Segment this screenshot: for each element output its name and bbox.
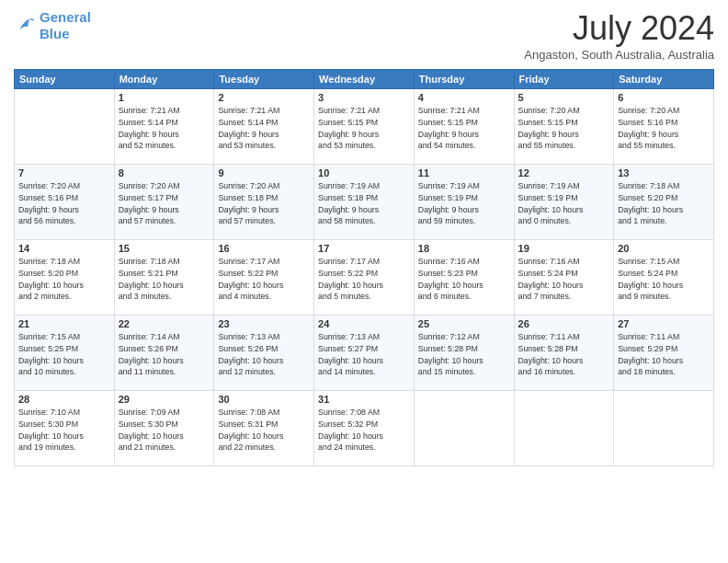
day-info: Sunrise: 7:18 AMSunset: 5:20 PMDaylight:… [18, 256, 110, 303]
calendar-cell [15, 89, 115, 165]
calendar-cell: 18Sunrise: 7:16 AMSunset: 5:23 PMDayligh… [414, 240, 514, 316]
page: General Blue July 2024 Angaston, South A… [0, 0, 728, 563]
calendar-cell: 4Sunrise: 7:21 AMSunset: 5:15 PMDaylight… [414, 89, 514, 165]
calendar-cell: 17Sunrise: 7:17 AMSunset: 5:22 PMDayligh… [314, 240, 415, 316]
day-info: Sunrise: 7:17 AMSunset: 5:22 PMDaylight:… [318, 256, 410, 303]
day-info: Sunrise: 7:13 AMSunset: 5:26 PMDaylight:… [218, 331, 310, 378]
calendar-cell: 24Sunrise: 7:13 AMSunset: 5:27 PMDayligh… [314, 316, 415, 391]
day-number: 1 [119, 92, 210, 103]
col-saturday: Saturday [614, 70, 714, 89]
day-number: 21 [18, 318, 110, 329]
day-number: 18 [418, 243, 510, 254]
calendar-cell: 3Sunrise: 7:21 AMSunset: 5:15 PMDaylight… [314, 89, 415, 165]
day-number: 28 [18, 394, 110, 405]
day-info: Sunrise: 7:20 AMSunset: 5:16 PMDaylight:… [18, 180, 110, 227]
day-info: Sunrise: 7:18 AMSunset: 5:20 PMDaylight:… [618, 180, 710, 227]
calendar-cell: 30Sunrise: 7:08 AMSunset: 5:31 PMDayligh… [214, 391, 314, 466]
day-number: 6 [618, 92, 710, 103]
calendar-cell: 26Sunrise: 7:11 AMSunset: 5:28 PMDayligh… [514, 316, 614, 391]
calendar-cell: 21Sunrise: 7:15 AMSunset: 5:25 PMDayligh… [15, 316, 115, 391]
calendar-table: Sunday Monday Tuesday Wednesday Thursday… [14, 69, 714, 466]
calendar-cell: 31Sunrise: 7:08 AMSunset: 5:32 PMDayligh… [314, 391, 415, 466]
day-number: 20 [618, 243, 710, 254]
calendar-cell: 15Sunrise: 7:18 AMSunset: 5:21 PMDayligh… [114, 240, 214, 316]
day-info: Sunrise: 7:11 AMSunset: 5:29 PMDaylight:… [618, 331, 710, 378]
day-number: 19 [518, 243, 610, 254]
month-year: July 2024 [524, 9, 714, 48]
day-number: 3 [318, 92, 410, 103]
day-info: Sunrise: 7:12 AMSunset: 5:28 PMDaylight:… [418, 331, 510, 378]
day-number: 30 [218, 394, 310, 405]
day-number: 25 [418, 318, 510, 329]
calendar-header-row: Sunday Monday Tuesday Wednesday Thursday… [15, 70, 714, 89]
calendar-cell: 20Sunrise: 7:15 AMSunset: 5:24 PMDayligh… [614, 240, 714, 316]
calendar-cell: 2Sunrise: 7:21 AMSunset: 5:14 PMDaylight… [214, 89, 314, 165]
calendar-cell [614, 391, 714, 466]
day-number: 14 [18, 243, 110, 254]
day-info: Sunrise: 7:10 AMSunset: 5:30 PMDaylight:… [18, 407, 110, 454]
col-sunday: Sunday [15, 70, 115, 89]
calendar-cell: 14Sunrise: 7:18 AMSunset: 5:20 PMDayligh… [15, 240, 115, 316]
day-info: Sunrise: 7:21 AMSunset: 5:15 PMDaylight:… [418, 105, 510, 152]
day-number: 4 [418, 92, 510, 103]
day-number: 15 [119, 243, 210, 254]
day-number: 16 [218, 243, 310, 254]
day-number: 11 [418, 167, 510, 178]
day-number: 8 [119, 167, 210, 178]
calendar-cell: 28Sunrise: 7:10 AMSunset: 5:30 PMDayligh… [15, 391, 115, 466]
day-number: 5 [518, 92, 610, 103]
calendar-cell: 29Sunrise: 7:09 AMSunset: 5:30 PMDayligh… [114, 391, 214, 466]
day-info: Sunrise: 7:11 AMSunset: 5:28 PMDaylight:… [518, 331, 610, 378]
day-info: Sunrise: 7:19 AMSunset: 5:19 PMDaylight:… [518, 180, 610, 227]
calendar-cell: 25Sunrise: 7:12 AMSunset: 5:28 PMDayligh… [414, 316, 514, 391]
logo: General Blue [14, 9, 91, 42]
day-number: 31 [318, 394, 410, 405]
day-number: 26 [518, 318, 610, 329]
day-number: 27 [618, 318, 710, 329]
day-info: Sunrise: 7:13 AMSunset: 5:27 PMDaylight:… [318, 331, 410, 378]
day-info: Sunrise: 7:19 AMSunset: 5:18 PMDaylight:… [318, 180, 410, 227]
day-info: Sunrise: 7:16 AMSunset: 5:24 PMDaylight:… [518, 256, 610, 303]
day-info: Sunrise: 7:20 AMSunset: 5:15 PMDaylight:… [518, 105, 610, 152]
day-number: 17 [318, 243, 410, 254]
calendar-cell: 8Sunrise: 7:20 AMSunset: 5:17 PMDaylight… [114, 165, 214, 240]
day-number: 29 [119, 394, 210, 405]
day-info: Sunrise: 7:21 AMSunset: 5:14 PMDaylight:… [218, 105, 310, 152]
calendar-cell: 9Sunrise: 7:20 AMSunset: 5:18 PMDaylight… [214, 165, 314, 240]
day-number: 22 [119, 318, 210, 329]
calendar-week-1: 7Sunrise: 7:20 AMSunset: 5:16 PMDaylight… [15, 165, 714, 240]
calendar-cell: 19Sunrise: 7:16 AMSunset: 5:24 PMDayligh… [514, 240, 614, 316]
calendar-cell [514, 391, 614, 466]
day-number: 9 [218, 167, 310, 178]
day-info: Sunrise: 7:20 AMSunset: 5:17 PMDaylight:… [119, 180, 210, 227]
calendar-cell: 16Sunrise: 7:17 AMSunset: 5:22 PMDayligh… [214, 240, 314, 316]
calendar-week-0: 1Sunrise: 7:21 AMSunset: 5:14 PMDaylight… [15, 89, 714, 165]
day-info: Sunrise: 7:14 AMSunset: 5:26 PMDaylight:… [119, 331, 210, 378]
title-block: July 2024 Angaston, South Australia, Aus… [524, 9, 714, 62]
calendar-week-4: 28Sunrise: 7:10 AMSunset: 5:30 PMDayligh… [15, 391, 714, 466]
col-thursday: Thursday [414, 70, 514, 89]
header: General Blue July 2024 Angaston, South A… [14, 9, 714, 62]
day-info: Sunrise: 7:18 AMSunset: 5:21 PMDaylight:… [119, 256, 210, 303]
day-info: Sunrise: 7:15 AMSunset: 5:25 PMDaylight:… [18, 331, 110, 378]
day-info: Sunrise: 7:21 AMSunset: 5:14 PMDaylight:… [119, 105, 210, 152]
day-number: 10 [318, 167, 410, 178]
logo-text: General Blue [40, 9, 91, 42]
calendar-week-2: 14Sunrise: 7:18 AMSunset: 5:20 PMDayligh… [15, 240, 714, 316]
calendar-cell: 23Sunrise: 7:13 AMSunset: 5:26 PMDayligh… [214, 316, 314, 391]
day-info: Sunrise: 7:08 AMSunset: 5:32 PMDaylight:… [318, 407, 410, 454]
day-info: Sunrise: 7:15 AMSunset: 5:24 PMDaylight:… [618, 256, 710, 303]
calendar-cell [414, 391, 514, 466]
day-info: Sunrise: 7:08 AMSunset: 5:31 PMDaylight:… [218, 407, 310, 454]
col-monday: Monday [114, 70, 214, 89]
day-info: Sunrise: 7:09 AMSunset: 5:30 PMDaylight:… [119, 407, 210, 454]
col-tuesday: Tuesday [214, 70, 314, 89]
calendar-cell: 7Sunrise: 7:20 AMSunset: 5:16 PMDaylight… [15, 165, 115, 240]
day-number: 2 [218, 92, 310, 103]
calendar-cell: 1Sunrise: 7:21 AMSunset: 5:14 PMDaylight… [114, 89, 214, 165]
logo-icon [14, 15, 36, 37]
calendar-cell: 5Sunrise: 7:20 AMSunset: 5:15 PMDaylight… [514, 89, 614, 165]
day-info: Sunrise: 7:20 AMSunset: 5:16 PMDaylight:… [618, 105, 710, 152]
location: Angaston, South Australia, Australia [524, 48, 714, 62]
day-number: 13 [618, 167, 710, 178]
